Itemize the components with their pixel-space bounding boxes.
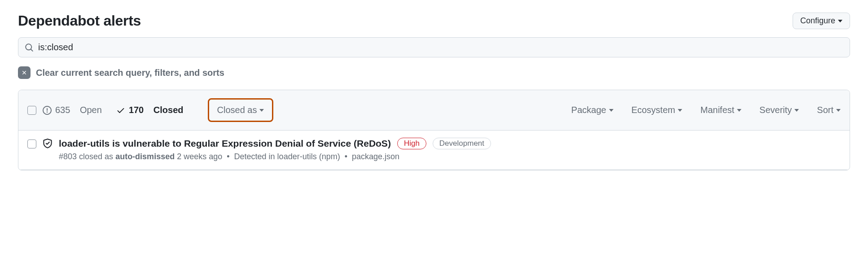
filter-closed-as-label: Closed as <box>217 105 257 115</box>
clear-filters-button[interactable]: Clear current search query, filters, and… <box>18 66 850 79</box>
alert-detected-in: Detected in loader-utils (npm) <box>234 152 340 161</box>
filter-ecosystem[interactable]: Ecosystem <box>631 105 683 115</box>
shield-check-icon <box>43 139 53 148</box>
filter-ecosystem-label: Ecosystem <box>631 105 675 115</box>
alert-when: 2 weeks ago <box>177 152 222 161</box>
scope-badge: Development <box>433 138 491 149</box>
search-input[interactable] <box>38 42 843 52</box>
alert-status-reason: auto-dismissed <box>115 152 175 161</box>
filter-closed-as[interactable]: Closed as <box>208 98 274 122</box>
filter-severity[interactable]: Severity <box>759 105 799 115</box>
filter-severity-label: Severity <box>759 105 792 115</box>
caret-down-icon <box>836 109 841 112</box>
page-title: Dependabot alerts <box>18 13 141 29</box>
clear-filters-label: Clear current search query, filters, and… <box>36 68 224 78</box>
open-label: Open <box>80 105 102 115</box>
search-icon <box>25 43 34 52</box>
filter-manifest-label: Manifest <box>700 105 734 115</box>
alerts-list: 635 Open 170 Closed Closed as Package Ec… <box>18 90 850 170</box>
alert-manifest: package.json <box>352 152 399 161</box>
caret-down-icon <box>838 20 842 22</box>
filter-sort[interactable]: Sort <box>817 105 841 115</box>
caret-down-icon <box>737 109 741 112</box>
select-all-checkbox[interactable] <box>27 106 36 115</box>
severity-badge: High <box>397 138 426 149</box>
alert-status-prefix: closed as <box>79 152 113 161</box>
open-count: 635 <box>55 105 70 115</box>
configure-label: Configure <box>800 16 835 26</box>
closed-count: 170 <box>129 105 144 115</box>
filter-package[interactable]: Package <box>571 105 614 115</box>
list-header: 635 Open 170 Closed Closed as Package Ec… <box>18 90 850 131</box>
filter-manifest[interactable]: Manifest <box>700 105 741 115</box>
alert-number: #803 <box>59 152 77 161</box>
configure-button[interactable]: Configure <box>793 13 850 29</box>
open-tab[interactable]: 635 Open <box>43 105 102 115</box>
caret-down-icon <box>678 109 682 112</box>
close-icon <box>18 66 31 79</box>
caret-down-icon <box>259 109 264 112</box>
caret-down-icon <box>794 109 799 112</box>
caret-down-icon <box>609 109 614 112</box>
filter-sort-label: Sort <box>817 105 833 115</box>
alert-title[interactable]: loader-utils is vulnerable to Regular Ex… <box>59 138 391 149</box>
closed-label: Closed <box>153 105 184 115</box>
alert-icon <box>43 106 52 115</box>
filter-package-label: Package <box>571 105 606 115</box>
closed-tab[interactable]: 170 Closed <box>116 105 184 115</box>
filters-group: Package Ecosystem Manifest Severity Sort <box>571 105 841 115</box>
list-item[interactable]: loader-utils is vulnerable to Regular Ex… <box>18 131 850 170</box>
search-box[interactable] <box>18 37 850 57</box>
row-checkbox[interactable] <box>27 139 36 148</box>
check-icon <box>116 106 125 115</box>
alert-meta: #803 closed as auto-dismissed 2 weeks ag… <box>59 152 841 161</box>
